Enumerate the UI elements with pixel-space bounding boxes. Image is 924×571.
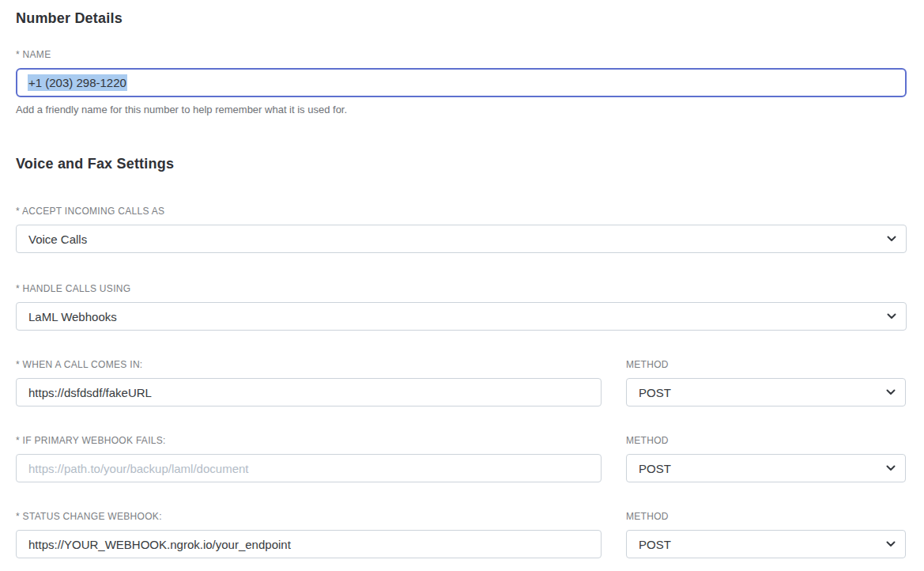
method-select-wrap: POST bbox=[626, 454, 906, 482]
accept-incoming-select-wrap: Voice Calls bbox=[16, 225, 907, 253]
name-label: * NAME bbox=[16, 49, 907, 60]
when-call-comes-in-row: * WHEN A CALL COMES IN: METHOD POST bbox=[16, 359, 907, 407]
primary-webhook-fails-label: * IF PRIMARY WEBHOOK FAILS: bbox=[16, 435, 602, 446]
name-input-selected-text: +1 (203) 298-1220 bbox=[28, 74, 127, 91]
method-label: METHOD bbox=[626, 359, 906, 370]
handle-calls-select-wrap: LaML Webhooks bbox=[16, 302, 907, 331]
number-details-title: Number Details bbox=[16, 9, 907, 27]
status-change-webhook-label: * STATUS CHANGE WEBHOOK: bbox=[16, 511, 602, 522]
number-details-section: Number Details * NAME +1 (203) 298-1220 … bbox=[16, 9, 907, 115]
when-call-comes-in-input[interactable] bbox=[16, 378, 602, 407]
status-change-webhook-input[interactable] bbox=[16, 530, 602, 558]
when-call-comes-in-label: * WHEN A CALL COMES IN: bbox=[16, 359, 602, 370]
number-settings-page: Number Details * NAME +1 (203) 298-1220 … bbox=[0, 0, 924, 558]
voice-fax-title: Voice and Fax Settings bbox=[16, 155, 907, 172]
accept-incoming-label: * ACCEPT INCOMING CALLS AS bbox=[16, 206, 907, 217]
accept-incoming-calls-select[interactable]: Voice Calls bbox=[16, 225, 907, 253]
method-select-wrap: POST bbox=[626, 378, 906, 407]
method-select-fallback[interactable]: POST bbox=[626, 454, 906, 482]
status-change-webhook-row: * STATUS CHANGE WEBHOOK: METHOD POST bbox=[16, 511, 907, 558]
name-input[interactable]: +1 (203) 298-1220 bbox=[16, 68, 907, 97]
primary-webhook-fails-row: * IF PRIMARY WEBHOOK FAILS: METHOD POST bbox=[16, 435, 907, 482]
handle-calls-label: * HANDLE CALLS USING bbox=[16, 283, 907, 294]
method-select-status[interactable]: POST bbox=[626, 530, 906, 558]
method-select-wrap: POST bbox=[626, 530, 906, 558]
handle-calls-using-select[interactable]: LaML Webhooks bbox=[16, 302, 907, 331]
name-help-text: Add a friendly name for this number to h… bbox=[16, 104, 907, 115]
method-label: METHOD bbox=[626, 435, 906, 446]
method-select-incoming[interactable]: POST bbox=[626, 378, 906, 407]
method-label: METHOD bbox=[626, 511, 906, 522]
primary-webhook-fails-input[interactable] bbox=[16, 454, 602, 482]
voice-fax-section: Voice and Fax Settings * ACCEPT INCOMING… bbox=[16, 155, 907, 558]
